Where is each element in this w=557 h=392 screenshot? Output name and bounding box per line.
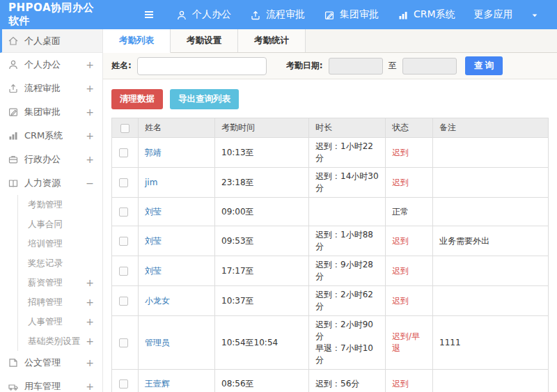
expand-icon[interactable]: + (86, 357, 94, 368)
note-cell: 1111 (433, 316, 549, 370)
note-cell (433, 370, 549, 392)
nav-personal-office[interactable]: 个人办公 (176, 8, 231, 21)
edit-icon (324, 9, 335, 21)
sidebar-item-vehicle-mgmt[interactable]: 用车管理 + (0, 375, 102, 392)
top-header: PHPOA协同办公软件 个人办公 流程审批 集团审批 CRM系统 (0, 0, 557, 29)
hamburger-menu-icon[interactable] (143, 9, 155, 20)
status-badge: 迟到 (392, 236, 409, 246)
sidebar-item-personal-desktop[interactable]: 个人桌面 (0, 29, 102, 53)
expand-icon[interactable]: + (86, 59, 94, 70)
expand-icon[interactable]: + (86, 316, 94, 327)
sidebar-item-base-category-settings[interactable]: 基础类别设置 + (18, 331, 102, 351)
expand-icon[interactable]: + (86, 297, 94, 308)
date-to-input[interactable] (402, 58, 457, 75)
attendance-table: 姓名 考勤时间 时长 状态 备注 郭靖 10:13至 迟到：1小时22分 迟到 (111, 118, 549, 392)
date-from-input[interactable] (329, 58, 383, 75)
collapse-icon[interactable]: − (86, 178, 94, 189)
expand-icon[interactable]: + (86, 277, 94, 288)
employee-name-link[interactable]: 刘莹 (145, 266, 162, 276)
status-badge: 正常 (392, 207, 409, 217)
table-row: 刘莹 09:53至 迟到：1小时88分 迟到 业务需要外出 (112, 226, 549, 256)
sidebar-item-recruit-mgmt[interactable]: 招聘管理 + (18, 292, 102, 312)
sidebar-item-human-resources[interactable]: 人力资源 − (0, 171, 102, 195)
sidebar-item-training-mgmt[interactable]: 培训管理 (18, 234, 102, 253)
table-row: 小龙女 10:37至 迟到：2小时62分 迟到 (112, 286, 549, 316)
header-status: 状态 (386, 118, 433, 138)
expand-icon[interactable]: + (86, 336, 94, 347)
expand-icon[interactable]: + (86, 154, 94, 165)
sidebar-item-workflow-approval[interactable]: 流程审批 + (0, 77, 102, 100)
nav-workflow-approval[interactable]: 流程审批 (250, 8, 305, 21)
row-checkbox[interactable] (119, 338, 128, 347)
expand-icon[interactable]: + (86, 83, 94, 94)
status-badge: 迟到 (392, 178, 409, 187)
table-row: 管理员 10:54至10:54 迟到：2小时90分早退：7小时10分 迟到/早退… (112, 316, 549, 370)
employee-name-link[interactable]: 管理员 (145, 338, 170, 347)
row-checkbox[interactable] (119, 207, 128, 217)
status-badge: 迟到 (392, 266, 409, 276)
sidebar-item-crm-system[interactable]: CRM系统 + (0, 124, 102, 148)
bar-chart-icon (8, 130, 19, 141)
caret-down-icon (531, 9, 539, 20)
car-icon (8, 381, 19, 392)
expand-icon[interactable]: + (86, 130, 94, 141)
row-checkbox[interactable] (119, 237, 128, 246)
sidebar-item-personnel-mgmt[interactable]: 人事管理 + (18, 312, 102, 331)
employee-name-link[interactable]: 刘莹 (145, 236, 162, 246)
duration-cell (309, 198, 386, 226)
clean-data-button[interactable]: 清理数据 (111, 89, 163, 109)
employee-name-link[interactable]: jim (145, 178, 157, 187)
sidebar-item-salary-mgmt[interactable]: 薪资管理 + (18, 273, 102, 292)
home-icon (8, 36, 19, 47)
name-input[interactable] (137, 57, 267, 75)
tab-attendance-settings[interactable]: 考勤设置 (171, 29, 238, 52)
table-row: jim 23:18至 迟到：14小时30分 迟到 (112, 168, 549, 198)
note-cell (433, 168, 549, 198)
attendance-time: 10:54至10:54 (215, 316, 309, 370)
sidebar-item-document-mgmt[interactable]: 公文管理 + (0, 351, 102, 375)
employee-name-link[interactable]: 刘莹 (145, 207, 162, 217)
tab-attendance-list[interactable]: 考勤列表 (103, 29, 171, 53)
employee-name-link[interactable]: 小龙女 (145, 296, 170, 306)
duration-cell: 迟到：2小时90分早退：7小时10分 (309, 316, 386, 370)
select-all-checkbox[interactable] (120, 124, 130, 133)
user-icon (8, 59, 19, 70)
attendance-time: 23:18至 (215, 168, 309, 198)
status-badge: 迟到 (392, 148, 409, 157)
user-icon (176, 9, 187, 21)
employee-name-link[interactable]: 王壹辉 (145, 379, 170, 389)
row-checkbox[interactable] (119, 267, 128, 276)
nav-crm-system[interactable]: CRM系统 (398, 8, 455, 21)
bar-chart-icon (398, 9, 409, 21)
row-checkbox[interactable] (119, 178, 128, 187)
tab-bar: 考勤列表 考勤设置 考勤统计 (103, 29, 557, 53)
search-button[interactable]: 查 询 (465, 56, 503, 75)
attendance-time: 10:37至 (215, 286, 309, 316)
sidebar-item-hr-contract[interactable]: 人事合同 (18, 214, 102, 234)
table-row: 刘莹 09:00至 正常 (112, 198, 549, 226)
sidebar-item-personal-office[interactable]: 个人办公 + (0, 53, 102, 77)
export-list-button[interactable]: 导出查询列表 (170, 89, 239, 109)
tab-attendance-stats[interactable]: 考勤统计 (238, 29, 306, 52)
duration-cell: 迟到：14小时30分 (309, 168, 386, 198)
header-name: 姓名 (139, 118, 215, 138)
document-icon (8, 357, 19, 368)
row-checkbox[interactable] (119, 148, 128, 157)
expand-icon[interactable]: + (86, 107, 94, 118)
nav-group-approval[interactable]: 集团审批 (324, 8, 379, 21)
duration-cell: 迟到：56分 (309, 370, 386, 392)
attendance-time: 08:56至 (215, 370, 309, 392)
nav-more-apps[interactable]: 更多应用 (474, 8, 539, 21)
duration-cell: 迟到：9小时28分 (309, 256, 386, 286)
row-checkbox[interactable] (119, 379, 128, 389)
sidebar-submenu-hr: 考勤管理 人事合同 培训管理 奖惩记录 薪资管理 + 招聘管理 + (17, 195, 102, 351)
sidebar-item-attendance-mgmt[interactable]: 考勤管理 (18, 195, 102, 214)
expand-icon[interactable]: + (86, 381, 94, 392)
sidebar-item-reward-punish[interactable]: 奖惩记录 (18, 253, 102, 273)
duration-cell: 迟到：1小时22分 (309, 138, 386, 168)
sidebar-item-group-approval[interactable]: 集团审批 + (0, 100, 102, 124)
sidebar-item-admin-office[interactable]: 行政办公 + (0, 148, 102, 171)
employee-name-link[interactable]: 郭靖 (145, 148, 162, 157)
row-checkbox[interactable] (119, 297, 128, 306)
app-title: PHPOA协同办公软件 (0, 1, 103, 28)
